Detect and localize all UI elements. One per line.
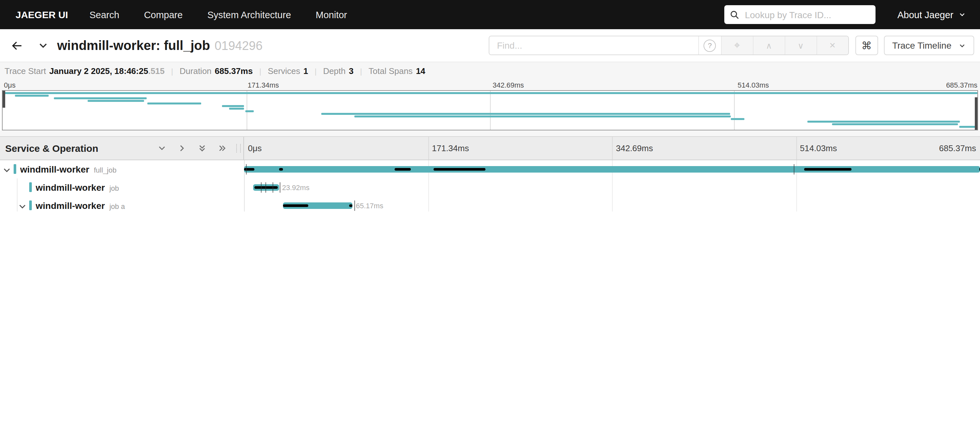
keyboard-shortcuts-button[interactable]: ⌘ xyxy=(855,36,878,55)
duration-value: 685.37ms xyxy=(215,66,253,76)
log-marker xyxy=(246,164,247,175)
service-color-bar xyxy=(14,164,16,174)
operation-name: job a xyxy=(109,202,125,210)
log-marker xyxy=(266,182,266,193)
trace-minimap[interactable] xyxy=(2,90,978,130)
nav-item-compare[interactable]: Compare xyxy=(132,10,195,20)
timeline-header-gridline xyxy=(612,137,612,160)
column-resizer-handle[interactable] xyxy=(236,144,241,153)
log-marker xyxy=(272,182,273,193)
collapse-one-icon[interactable] xyxy=(156,143,167,153)
command-icon: ⌘ xyxy=(861,39,872,52)
nav-item-search[interactable]: Search xyxy=(77,10,132,20)
focus-match-button[interactable]: ⌖ xyxy=(721,37,752,54)
minimap-span-bar xyxy=(246,110,254,113)
prev-match-button[interactable]: ∧ xyxy=(752,37,784,54)
trace-start-value: January 2 2025, 18:46:25 xyxy=(49,66,148,76)
tree-controls xyxy=(156,143,227,153)
trace-lookup-input[interactable] xyxy=(743,9,869,21)
minimap-span-bar xyxy=(147,102,202,105)
trace-id: 0194296 xyxy=(215,38,262,52)
span-expand-chevron[interactable] xyxy=(3,165,11,174)
service-operation-title: Service & Operation xyxy=(5,143,98,154)
minimap-span-bar xyxy=(731,118,744,120)
about-jaeger-label: About Jaeger xyxy=(897,10,953,20)
trace-lookup-box[interactable] xyxy=(724,5,875,24)
timeline-header-gridline xyxy=(428,137,429,160)
minimap-axis-tick-label: 514.03ms xyxy=(738,80,769,89)
span-rows: windmill-workerfull_jobwindmill-workerjo… xyxy=(0,160,980,212)
minimap-left-handle[interactable] xyxy=(3,91,5,108)
expand-one-icon[interactable] xyxy=(177,143,187,153)
chevron-down-icon xyxy=(959,42,966,49)
timeline-tick-label: 342.69ms xyxy=(616,137,653,160)
about-jaeger-menu[interactable]: About Jaeger xyxy=(897,10,966,20)
span-bar[interactable] xyxy=(283,202,353,209)
minimap-span-bar xyxy=(807,121,959,123)
operation-name: full_job xyxy=(94,166,116,174)
timeline-header-ticks: 0μs171.34ms342.69ms514.03ms685.37ms xyxy=(244,137,980,160)
minimap-span-bar xyxy=(355,116,731,118)
timeline-tick-label: 514.03ms xyxy=(800,137,837,160)
app-brand[interactable]: JAEGER UI xyxy=(6,9,77,20)
log-marker xyxy=(261,182,262,193)
critical-path-segment xyxy=(244,168,255,171)
x-icon: × xyxy=(829,40,835,51)
page-title: windmill-worker: full_job0194296 xyxy=(57,38,262,53)
depth-label: Depth xyxy=(323,66,345,76)
expand-all-icon[interactable] xyxy=(217,143,227,153)
minimap-axis-tick-label: 342.69ms xyxy=(493,80,524,89)
chevron-down-icon xyxy=(38,41,48,50)
span-expand-chevron[interactable] xyxy=(18,202,27,210)
span-row: windmill-workerjob23.92ms xyxy=(0,178,980,197)
span-name[interactable]: windmill-workerjob a xyxy=(36,197,125,212)
total-spans-label: Total Spans xyxy=(369,66,413,76)
nav-item-monitor[interactable]: Monitor xyxy=(304,10,360,20)
critical-path-segment xyxy=(395,168,411,171)
span-name[interactable]: windmill-workerfull_job xyxy=(20,160,116,179)
trace-view-selector[interactable]: Trace Timeline xyxy=(884,36,974,55)
nav-menu: SearchCompareSystem ArchitectureMonitor xyxy=(77,10,360,20)
service-color-bar xyxy=(29,200,32,210)
service-operation-header: Service & Operation xyxy=(0,137,244,160)
span-bar[interactable] xyxy=(253,184,279,191)
span-bar[interactable] xyxy=(244,166,980,173)
divider: | xyxy=(360,67,362,76)
service-color-bar xyxy=(29,182,32,192)
services-value: 1 xyxy=(304,66,308,76)
next-match-button[interactable]: ∨ xyxy=(784,37,816,54)
total-spans-value: 14 xyxy=(416,66,425,76)
find-toolbar: ? ⌖ ∧ ∨ × ⌘ Trace Timeline xyxy=(488,36,974,55)
chevron-up-icon: ∧ xyxy=(766,41,772,50)
clear-search-button[interactable]: × xyxy=(816,37,848,54)
trace-title-text: windmill-worker: full_job xyxy=(57,38,210,52)
minimap-span-bar xyxy=(222,105,244,107)
nav-item-system-architecture[interactable]: System Architecture xyxy=(195,10,304,20)
timeline-tick-label: 171.34ms xyxy=(432,137,469,160)
depth-value: 3 xyxy=(349,66,353,76)
top-nav: JAEGER UI SearchCompareSystem Architectu… xyxy=(0,0,980,29)
operation-name: job xyxy=(109,184,119,192)
back-button[interactable] xyxy=(6,36,25,55)
critical-path-segment xyxy=(349,204,353,207)
minimap-gap xyxy=(0,130,980,136)
minimap-gridline xyxy=(734,91,734,130)
divider: | xyxy=(315,67,317,76)
span-name[interactable]: windmill-workerjob xyxy=(36,178,119,197)
trace-summary-bar: Trace Start January 2 2025, 18:46:25.515… xyxy=(0,62,980,80)
timeline-header-gridline xyxy=(796,137,797,160)
find-help-button[interactable]: ? xyxy=(698,37,721,54)
trace-collapse-toggle[interactable] xyxy=(34,37,51,54)
view-selector-label: Trace Timeline xyxy=(892,40,951,51)
minimap-right-handle[interactable] xyxy=(975,97,977,130)
critical-path-segment xyxy=(804,168,851,171)
minimap-span-bar xyxy=(88,100,144,102)
indent-guide xyxy=(17,197,18,212)
minimap-span-bar xyxy=(959,126,977,128)
span-duration-label: 23.92ms xyxy=(282,178,309,197)
duration-label: Duration xyxy=(180,66,212,76)
minimap-span-bar xyxy=(54,97,147,100)
minimap-span-bar xyxy=(3,92,977,94)
collapse-all-icon[interactable] xyxy=(197,143,207,153)
find-input[interactable] xyxy=(489,37,698,54)
